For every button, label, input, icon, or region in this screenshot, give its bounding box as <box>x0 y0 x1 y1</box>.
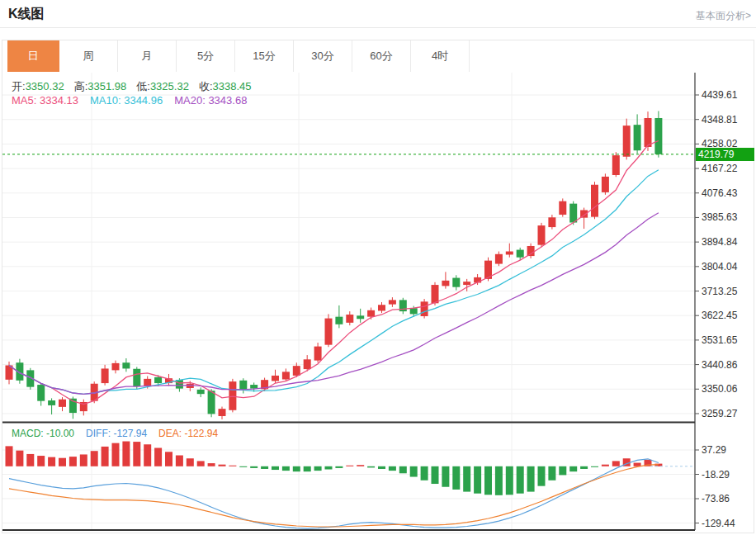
price-axis-label: 3622.45 <box>702 310 737 321</box>
macd-bar <box>37 456 45 466</box>
candle-body <box>442 281 449 286</box>
candle-body <box>357 315 364 319</box>
candle-body <box>314 347 322 361</box>
ohlc-info-row: 开:3350.32高:3351.98低:3325.32收:3338.45 <box>12 79 262 94</box>
macd-bar <box>59 458 66 466</box>
macd-bar <box>517 466 524 494</box>
candle-body <box>325 319 333 345</box>
macd-bar <box>484 466 492 495</box>
macd-bar <box>239 466 247 467</box>
macd-bar <box>197 461 205 466</box>
macd-bar <box>559 466 566 476</box>
candle-body <box>48 400 55 405</box>
ma10-legend: MA10: 3344.96 <box>90 94 163 107</box>
candle-body <box>495 254 503 264</box>
tab-month[interactable]: 月 <box>118 40 177 72</box>
candle-body <box>133 369 140 386</box>
candle-body <box>506 252 513 255</box>
macd-bar <box>6 446 13 466</box>
price-axis-label: 3985.63 <box>702 211 737 223</box>
ma5-legend: MA5: 3334.13 <box>12 94 78 107</box>
tab-week[interactable]: 周 <box>59 40 118 72</box>
low-value: 3325.32 <box>150 80 189 92</box>
candle-body <box>367 310 375 317</box>
macd-bar <box>293 466 300 471</box>
price-axis-label: 3440.86 <box>702 359 737 371</box>
tab-5min[interactable]: 5分 <box>177 40 235 72</box>
candle-body <box>623 125 631 157</box>
candle-body <box>591 185 598 217</box>
macd-bar <box>634 463 641 466</box>
macd-bar <box>474 466 481 494</box>
macd-bar <box>432 466 439 484</box>
macd-bar <box>346 466 353 466</box>
macd-bar <box>229 466 236 466</box>
macd-bar <box>261 466 268 469</box>
tab-4hour[interactable]: 4时 <box>411 40 470 72</box>
kline-screen: K线图 基本面分析> 日 周 月 5分 15分 30分 60分 4时 开:335… <box>0 0 756 535</box>
macd-bar <box>399 466 407 473</box>
macd-bar <box>69 457 77 466</box>
macd-bar <box>48 457 55 466</box>
candle-body <box>421 301 428 316</box>
open-label: 开: <box>12 80 26 92</box>
macd-bar <box>357 465 364 466</box>
macd-bar <box>144 444 151 466</box>
candle-body <box>463 282 470 285</box>
macd-bar <box>133 442 140 466</box>
candle-body <box>154 377 162 383</box>
macd-bar <box>495 466 503 495</box>
candle-body <box>517 250 524 258</box>
candle-body <box>335 317 343 324</box>
macd-bar <box>304 466 311 471</box>
macd-bar <box>176 456 183 466</box>
macd-bar <box>282 466 290 471</box>
macd-bar <box>410 466 418 477</box>
candle-body <box>569 204 577 223</box>
price-axis-label: 4076.43 <box>702 187 737 199</box>
macd-legend: MACD: -10.00 <box>12 428 74 439</box>
close-value: 3338.45 <box>213 80 252 92</box>
candle-body <box>250 385 258 389</box>
candle-body <box>602 177 609 192</box>
price-axis-label: 3804.04 <box>702 261 737 272</box>
macd-bar <box>367 466 375 468</box>
price-axis-label: 3894.84 <box>702 236 737 248</box>
price-axis-label: 4439.61 <box>702 89 737 101</box>
candle-body <box>282 372 290 379</box>
close-label: 收: <box>199 80 213 92</box>
macd-bar <box>112 443 120 466</box>
macd-bar <box>602 465 609 466</box>
macd-bar <box>335 466 343 468</box>
macd-bar <box>314 466 322 471</box>
high-label: 高: <box>74 80 88 92</box>
macd-bar <box>421 466 428 481</box>
macd-bar <box>452 466 460 490</box>
ma20-legend: MA20: 3343.68 <box>174 94 247 107</box>
macd-bar <box>463 466 470 492</box>
tab-30min[interactable]: 30分 <box>294 40 352 72</box>
macd-axis-label: -129.44 <box>702 518 735 529</box>
macd-bar <box>325 466 333 470</box>
macd-bar <box>165 452 172 466</box>
macd-bar <box>122 442 130 466</box>
tab-15min[interactable]: 15分 <box>235 40 294 72</box>
candle-body <box>37 385 45 401</box>
interval-tabs: 日 周 月 5分 15分 30分 60分 4时 <box>7 40 470 72</box>
tab-day[interactable]: 日 <box>7 40 59 72</box>
candle-body <box>112 363 120 371</box>
candle-body <box>559 201 566 215</box>
candle-body <box>59 400 66 407</box>
candle-body <box>239 381 247 390</box>
tab-60min[interactable]: 60分 <box>352 40 411 72</box>
macd-bar <box>569 466 577 471</box>
macd-bar <box>548 466 555 481</box>
macd-info-row: MACD: -10.00DIFF: -127.94DEA: -122.94 <box>12 428 218 439</box>
macd-bar <box>91 451 98 466</box>
candle-body <box>527 246 535 256</box>
candle-body <box>538 225 546 245</box>
candle-body <box>144 379 151 386</box>
high-value: 3351.98 <box>87 80 126 92</box>
macd-bar <box>250 466 258 468</box>
open-value: 3350.32 <box>26 80 64 92</box>
